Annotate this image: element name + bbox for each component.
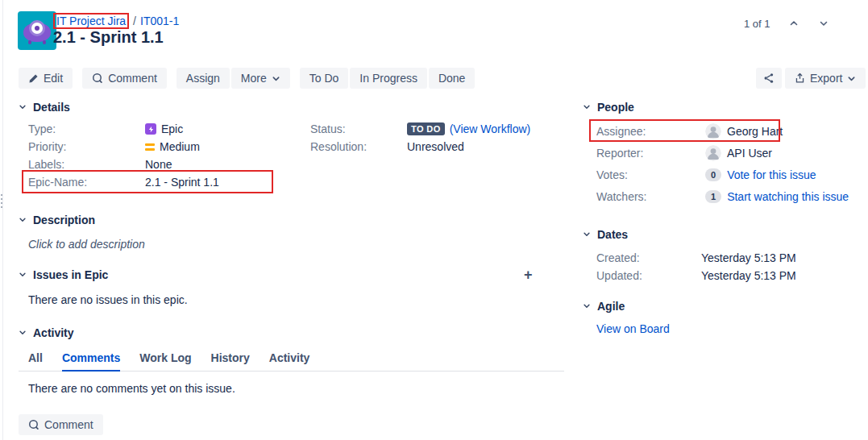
people-section-header: People (583, 99, 861, 115)
comment-bubble-icon (28, 419, 39, 430)
details-section: Details Type: Epic Priority: Medium Labe… (19, 99, 564, 191)
footer-comment-button-label: Comment (44, 418, 93, 431)
reporter-avatar (705, 145, 721, 161)
chevron-down-icon (19, 103, 27, 111)
status-label: Status: (310, 122, 407, 135)
agile-section: Agile View on Board (583, 298, 861, 336)
activity-heading: Activity (33, 326, 74, 339)
collapse-description-button[interactable] (19, 216, 27, 224)
chevron-down-icon (847, 74, 856, 83)
edit-button-label: Edit (44, 72, 63, 85)
activity-section: Activity All Comments Work Log History A… (19, 325, 564, 395)
comment-button[interactable]: Comment (82, 68, 167, 89)
vote-link[interactable]: Vote for this issue (727, 168, 816, 181)
previous-issue-button[interactable] (787, 17, 800, 30)
in-progress-transition-button[interactable]: In Progress (350, 68, 427, 89)
edit-button[interactable]: Edit (19, 68, 73, 89)
type-label: Type: (28, 122, 145, 135)
view-on-board-link[interactable]: View on Board (596, 322, 670, 335)
share-button[interactable] (756, 68, 782, 89)
status-value: TO DO (View Workflow) (407, 122, 530, 135)
agile-section-header: Agile (583, 298, 861, 314)
updated-label: Updated: (596, 269, 701, 282)
resolution-field-row: Resolution: Unresolved (310, 138, 530, 156)
priority-medium-icon (145, 143, 155, 151)
reporter-label: Reporter: (596, 147, 705, 160)
issues-in-epic-empty-text: There are no issues in this epic. (28, 293, 564, 306)
pager-count: 1 of 1 (744, 18, 770, 30)
tab-all[interactable]: All (28, 351, 43, 371)
tab-comments[interactable]: Comments (62, 351, 120, 372)
reporter-user-link[interactable]: API User (727, 147, 772, 160)
chevron-down-icon (583, 302, 591, 310)
comments-empty-text: There are no comments yet on this issue. (28, 382, 564, 395)
type-value-text: Epic (161, 122, 183, 135)
next-issue-button[interactable] (817, 17, 830, 30)
issue-pager: 1 of 1 (744, 17, 830, 30)
done-transition-button[interactable]: Done (429, 68, 475, 89)
people-rows: Assignee: Georg Hart Reporter: API User … (583, 120, 861, 207)
footer-comment-button[interactable]: Comment (19, 414, 103, 435)
assignee-user-link[interactable]: Georg Hart (727, 125, 783, 138)
breadcrumb-separator: / (133, 15, 136, 27)
collapse-people-button[interactable] (583, 103, 591, 111)
activity-tabs: All Comments Work Log History Activity (19, 351, 564, 372)
priority-value-text: Medium (160, 140, 200, 153)
breadcrumb-project-link[interactable]: IT Project Jira (56, 15, 126, 27)
epic-name-field-row: Epic-Name: 2.1 - Sprint 1.1 (28, 173, 564, 191)
collapse-issues-button[interactable] (19, 271, 27, 279)
comment-bubble-icon (92, 73, 103, 84)
pencil-icon (28, 73, 39, 84)
sidebar-resize-handle[interactable] (1, 194, 2, 208)
people-heading: People (597, 101, 634, 114)
epic-name-label: Epic-Name: (28, 176, 145, 189)
agile-heading: Agile (597, 300, 625, 313)
chevron-down-icon (19, 216, 27, 224)
details-section-header: Details (19, 99, 564, 115)
assign-button[interactable]: Assign (177, 68, 230, 89)
view-workflow-link[interactable]: (View Workflow) (450, 122, 531, 135)
votes-count-badge[interactable]: 0 (705, 168, 721, 181)
epic-type-icon (145, 123, 156, 135)
chevron-down-icon (19, 329, 27, 337)
created-label: Created: (596, 251, 701, 264)
tab-history[interactable]: History (211, 351, 250, 371)
updated-row: Updated: Yesterday 5:13 PM (596, 267, 861, 284)
activity-section-header: Activity (19, 325, 564, 341)
sidebar-divider (2, 0, 3, 440)
chevron-down-icon (583, 230, 591, 239)
toolbar: Edit Comment Assign More To Do In Progre… (19, 68, 475, 89)
collapse-dates-button[interactable] (583, 230, 591, 239)
project-avatar[interactable] (18, 11, 56, 50)
votes-label: Votes: (596, 168, 705, 181)
issues-in-epic-section: Issues in Epic + There are no issues in … (19, 267, 564, 306)
export-button[interactable]: Export (785, 68, 866, 89)
breadcrumb-issue-key-link[interactable]: IT001-1 (140, 15, 179, 27)
created-row: Created: Yesterday 5:13 PM (596, 249, 861, 267)
watch-link[interactable]: Start watching this issue (727, 190, 849, 203)
watchers-count-badge[interactable]: 1 (705, 190, 721, 203)
tab-activity[interactable]: Activity (269, 351, 310, 371)
tab-work-log[interactable]: Work Log (139, 351, 191, 371)
comment-footer: Comment (19, 414, 103, 435)
export-icon (795, 73, 805, 84)
issues-in-epic-section-header: Issues in Epic (19, 267, 564, 283)
collapse-agile-button[interactable] (583, 302, 591, 310)
assignee-avatar (705, 123, 721, 139)
export-button-label: Export (810, 72, 842, 85)
share-icon (763, 73, 775, 84)
description-section: Description Click to add description (19, 212, 564, 251)
more-button[interactable]: More (231, 68, 290, 89)
collapse-details-button[interactable] (19, 103, 27, 111)
chevron-down-icon (583, 103, 591, 111)
todo-transition-button[interactable]: To Do (300, 68, 349, 89)
add-issue-to-epic-button[interactable]: + (521, 267, 536, 283)
issues-in-epic-heading: Issues in Epic (33, 268, 108, 281)
reporter-value: API User (705, 145, 772, 161)
votes-row: Votes: 0 Vote for this issue (596, 164, 861, 185)
collapse-activity-button[interactable] (19, 329, 27, 337)
workflow-transition-group: To Do In Progress Done (300, 68, 476, 89)
status-fields: Status: TO DO (View Workflow) Resolution… (310, 120, 530, 156)
description-placeholder[interactable]: Click to add description (28, 238, 564, 251)
status-field-row: Status: TO DO (View Workflow) (310, 120, 530, 138)
